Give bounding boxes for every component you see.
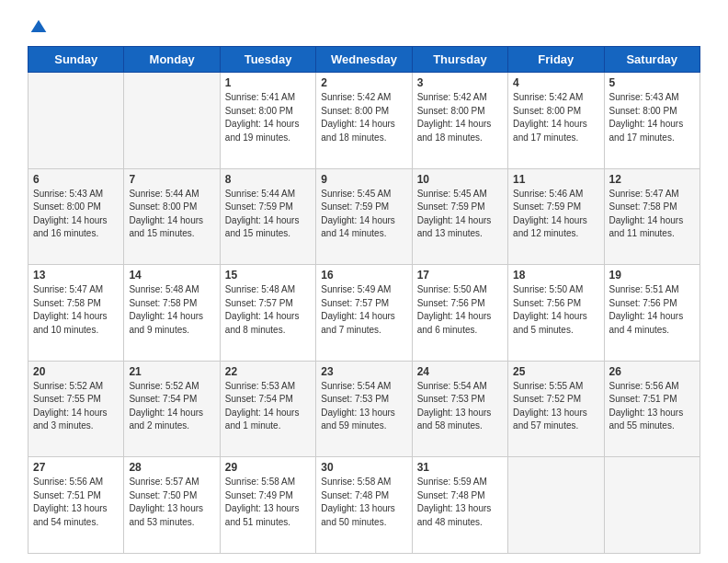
day-number: 7 — [129, 173, 214, 186]
cell-info: Sunrise: 5:46 AM Sunset: 7:59 PM Dayligh… — [513, 188, 598, 241]
cal-cell-1-7: 5Sunrise: 5:43 AM Sunset: 8:00 PM Daylig… — [604, 73, 700, 169]
cell-info: Sunrise: 5:56 AM Sunset: 7:51 PM Dayligh… — [609, 380, 695, 433]
day-number: 19 — [609, 269, 695, 282]
day-header-tuesday: Tuesday — [220, 47, 315, 73]
calendar-week-3: 13Sunrise: 5:47 AM Sunset: 7:58 PM Dayli… — [28, 265, 700, 362]
page: SundayMondayTuesdayWednesdayThursdayFrid… — [0, 0, 728, 563]
day-number: 24 — [417, 365, 503, 378]
cell-info: Sunrise: 5:52 AM Sunset: 7:55 PM Dayligh… — [33, 380, 119, 433]
cal-cell-3-4: 16Sunrise: 5:49 AM Sunset: 7:57 PM Dayli… — [316, 265, 412, 362]
cal-cell-3-6: 18Sunrise: 5:50 AM Sunset: 7:56 PM Dayli… — [508, 265, 604, 362]
cal-cell-2-3: 8Sunrise: 5:44 AM Sunset: 7:59 PM Daylig… — [220, 168, 315, 265]
day-number: 5 — [609, 76, 695, 89]
cell-info: Sunrise: 5:47 AM Sunset: 7:58 PM Dayligh… — [609, 188, 695, 241]
cal-cell-5-1: 27Sunrise: 5:56 AM Sunset: 7:51 PM Dayli… — [28, 457, 124, 554]
cal-cell-1-6: 4Sunrise: 5:42 AM Sunset: 8:00 PM Daylig… — [508, 73, 604, 169]
day-header-sunday: Sunday — [28, 47, 124, 73]
cell-info: Sunrise: 5:54 AM Sunset: 7:53 PM Dayligh… — [417, 380, 503, 433]
day-number: 1 — [225, 76, 311, 89]
cell-info: Sunrise: 5:43 AM Sunset: 8:00 PM Dayligh… — [33, 188, 119, 241]
day-number: 15 — [225, 269, 311, 282]
cal-cell-1-3: 1Sunrise: 5:41 AM Sunset: 8:00 PM Daylig… — [220, 73, 315, 169]
cell-info: Sunrise: 5:44 AM Sunset: 7:59 PM Dayligh… — [225, 188, 311, 241]
cal-cell-4-4: 23Sunrise: 5:54 AM Sunset: 7:53 PM Dayli… — [316, 361, 412, 457]
cell-info: Sunrise: 5:49 AM Sunset: 7:57 PM Dayligh… — [321, 283, 406, 337]
cell-info: Sunrise: 5:59 AM Sunset: 7:48 PM Dayligh… — [417, 476, 503, 529]
calendar-table: SundayMondayTuesdayWednesdayThursdayFrid… — [28, 46, 700, 554]
cal-cell-2-4: 9Sunrise: 5:45 AM Sunset: 7:59 PM Daylig… — [316, 168, 412, 265]
cal-cell-2-5: 10Sunrise: 5:45 AM Sunset: 7:59 PM Dayli… — [412, 168, 507, 265]
cal-cell-5-7 — [604, 457, 700, 554]
logo — [28, 18, 48, 37]
day-number: 16 — [321, 269, 406, 282]
cal-cell-3-1: 13Sunrise: 5:47 AM Sunset: 7:58 PM Dayli… — [28, 265, 124, 362]
cal-cell-5-5: 31Sunrise: 5:59 AM Sunset: 7:48 PM Dayli… — [412, 457, 507, 554]
cal-cell-3-2: 14Sunrise: 5:48 AM Sunset: 7:58 PM Dayli… — [124, 265, 220, 362]
cell-info: Sunrise: 5:56 AM Sunset: 7:51 PM Dayligh… — [33, 476, 119, 529]
day-number: 22 — [225, 365, 311, 378]
day-number: 27 — [33, 461, 119, 474]
cell-info: Sunrise: 5:45 AM Sunset: 7:59 PM Dayligh… — [417, 188, 503, 241]
cell-info: Sunrise: 5:50 AM Sunset: 7:56 PM Dayligh… — [513, 283, 598, 337]
day-number: 14 — [129, 269, 214, 282]
cal-cell-2-7: 12Sunrise: 5:47 AM Sunset: 7:58 PM Dayli… — [604, 168, 700, 265]
cal-cell-1-1 — [28, 73, 124, 169]
cell-info: Sunrise: 5:41 AM Sunset: 8:00 PM Dayligh… — [225, 91, 311, 144]
cal-cell-2-6: 11Sunrise: 5:46 AM Sunset: 7:59 PM Dayli… — [508, 168, 604, 265]
day-header-monday: Monday — [124, 47, 220, 73]
cell-info: Sunrise: 5:42 AM Sunset: 8:00 PM Dayligh… — [417, 91, 503, 144]
cal-cell-1-5: 3Sunrise: 5:42 AM Sunset: 8:00 PM Daylig… — [412, 73, 507, 169]
calendar-week-4: 20Sunrise: 5:52 AM Sunset: 7:55 PM Dayli… — [28, 361, 700, 457]
cal-cell-4-1: 20Sunrise: 5:52 AM Sunset: 7:55 PM Dayli… — [28, 361, 124, 457]
cal-cell-1-4: 2Sunrise: 5:42 AM Sunset: 8:00 PM Daylig… — [316, 73, 412, 169]
cell-info: Sunrise: 5:50 AM Sunset: 7:56 PM Dayligh… — [417, 283, 503, 337]
calendar-week-1: 1Sunrise: 5:41 AM Sunset: 8:00 PM Daylig… — [28, 73, 700, 169]
cal-cell-4-5: 24Sunrise: 5:54 AM Sunset: 7:53 PM Dayli… — [412, 361, 507, 457]
day-number: 23 — [321, 365, 406, 378]
day-number: 9 — [321, 173, 406, 186]
day-number: 17 — [417, 269, 503, 282]
cal-cell-4-7: 26Sunrise: 5:56 AM Sunset: 7:51 PM Dayli… — [604, 361, 700, 457]
day-header-wednesday: Wednesday — [316, 47, 412, 73]
day-number: 8 — [225, 173, 311, 186]
day-number: 30 — [321, 461, 406, 474]
day-number: 13 — [33, 269, 119, 282]
calendar-week-2: 6Sunrise: 5:43 AM Sunset: 8:00 PM Daylig… — [28, 168, 700, 265]
cal-cell-5-6 — [508, 457, 604, 554]
day-header-thursday: Thursday — [412, 47, 507, 73]
cell-info: Sunrise: 5:57 AM Sunset: 7:50 PM Dayligh… — [129, 476, 214, 529]
cell-info: Sunrise: 5:45 AM Sunset: 7:59 PM Dayligh… — [321, 188, 406, 241]
day-number: 11 — [513, 173, 598, 186]
day-number: 18 — [513, 269, 598, 282]
day-number: 25 — [513, 365, 598, 378]
day-number: 21 — [129, 365, 214, 378]
day-number: 12 — [609, 173, 695, 186]
day-number: 2 — [321, 76, 406, 89]
cell-info: Sunrise: 5:47 AM Sunset: 7:58 PM Dayligh… — [33, 283, 119, 337]
svg-rect-1 — [37, 26, 40, 32]
cal-cell-1-2 — [124, 73, 220, 169]
cell-info: Sunrise: 5:51 AM Sunset: 7:56 PM Dayligh… — [609, 283, 695, 337]
cell-info: Sunrise: 5:53 AM Sunset: 7:54 PM Dayligh… — [225, 380, 311, 433]
header — [28, 18, 700, 37]
day-number: 3 — [417, 76, 503, 89]
cell-info: Sunrise: 5:44 AM Sunset: 8:00 PM Dayligh… — [129, 188, 214, 241]
cal-cell-5-2: 28Sunrise: 5:57 AM Sunset: 7:50 PM Dayli… — [124, 457, 220, 554]
day-number: 28 — [129, 461, 214, 474]
day-number: 20 — [33, 365, 119, 378]
cell-info: Sunrise: 5:42 AM Sunset: 8:00 PM Dayligh… — [513, 91, 598, 144]
day-header-friday: Friday — [508, 47, 604, 73]
cal-cell-2-2: 7Sunrise: 5:44 AM Sunset: 8:00 PM Daylig… — [124, 168, 220, 265]
cal-cell-5-4: 30Sunrise: 5:58 AM Sunset: 7:48 PM Dayli… — [316, 457, 412, 554]
day-header-saturday: Saturday — [604, 47, 700, 73]
cell-info: Sunrise: 5:42 AM Sunset: 8:00 PM Dayligh… — [321, 91, 406, 144]
cal-cell-2-1: 6Sunrise: 5:43 AM Sunset: 8:00 PM Daylig… — [28, 168, 124, 265]
cell-info: Sunrise: 5:48 AM Sunset: 7:57 PM Dayligh… — [225, 283, 311, 337]
cell-info: Sunrise: 5:58 AM Sunset: 7:48 PM Dayligh… — [321, 476, 406, 529]
cell-info: Sunrise: 5:54 AM Sunset: 7:53 PM Dayligh… — [321, 380, 406, 433]
day-number: 4 — [513, 76, 598, 89]
day-number: 6 — [33, 173, 119, 186]
day-number: 26 — [609, 365, 695, 378]
day-number: 31 — [417, 461, 503, 474]
cal-cell-3-3: 15Sunrise: 5:48 AM Sunset: 7:57 PM Dayli… — [220, 265, 315, 362]
